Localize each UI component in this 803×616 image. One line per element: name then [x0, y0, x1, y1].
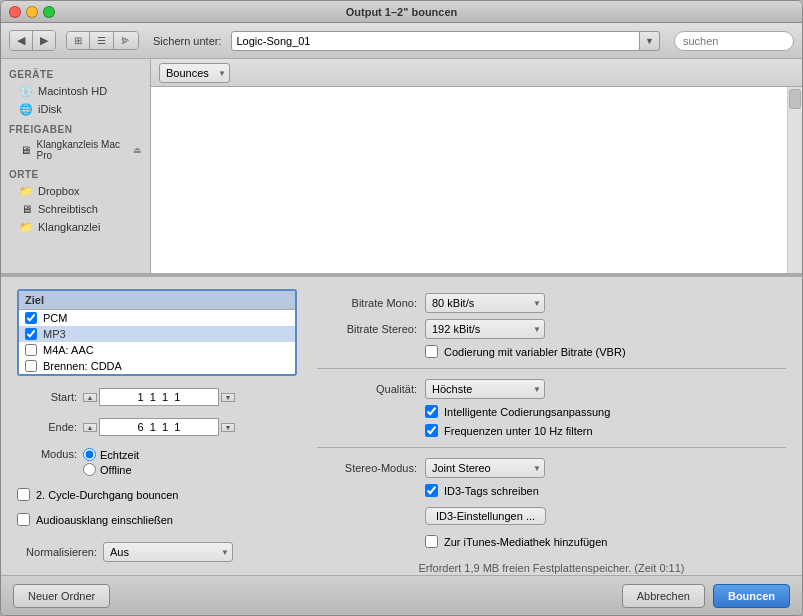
ziel-row-mp3[interactable]: MP3	[19, 326, 295, 342]
minimize-button[interactable]	[26, 6, 38, 18]
bitrate-stereo-select-wrap: 128 kBit/s 192 kBit/s 256 kBit/s 320 kBi…	[425, 319, 545, 339]
search-input[interactable]	[674, 31, 794, 51]
ende-arrow-down[interactable]: ▼	[221, 423, 235, 432]
mp3-checkbox[interactable]	[25, 328, 37, 340]
sidebar-section-freigaben: FREIGABEN	[1, 118, 150, 137]
sidebar-label-idisk: iDisk	[38, 103, 62, 115]
ziel-row-aac[interactable]: M4A: AAC	[19, 342, 295, 358]
ziel-row-pcm[interactable]: PCM	[19, 310, 295, 326]
vbr-checkbox[interactable]	[425, 345, 438, 358]
id3-tags-checkbox[interactable]	[425, 484, 438, 497]
sidebar-item-klangkanzlei-share[interactable]: 🖥 Klangkanzleis Mac Pro ⏏	[1, 137, 150, 163]
start-arrow-up[interactable]: ▲	[83, 393, 97, 402]
path-dropdown[interactable]: Bounces	[159, 63, 230, 83]
sidebar-label-schreibtisch: Schreibtisch	[38, 203, 98, 215]
main-content: GERÄTE 💿 Macintosh HD 🌐 iDisk FREIGABEN …	[1, 59, 802, 273]
bitrate-stereo-label: Bitrate Stereo:	[317, 323, 417, 335]
audioausklang-checkbox[interactable]	[17, 513, 30, 526]
share-icon: 🖥	[19, 143, 32, 157]
aac-checkbox[interactable]	[25, 344, 37, 356]
idisk-icon: 🌐	[19, 102, 33, 116]
toolbar: ◀ ▶ ⊞ ☰ ⫸ Sichern unter: ▼	[1, 23, 802, 59]
cycle-label: 2. Cycle-Durchgang bouncen	[36, 489, 178, 501]
sidebar-item-schreibtisch[interactable]: 🖥 Schreibtisch	[1, 200, 150, 218]
folder-icon: 📁	[19, 220, 33, 234]
mp3-label: MP3	[43, 328, 66, 340]
neuer-ordner-button[interactable]: Neuer Ordner	[13, 584, 110, 608]
close-button[interactable]	[9, 6, 21, 18]
qualitat-label: Qualität:	[317, 383, 417, 395]
dropbox-icon: 📁	[19, 184, 33, 198]
view-list-button[interactable]: ☰	[90, 32, 114, 49]
status-text: Erfordert 1,9 MB freien Festplattenspeic…	[317, 554, 786, 574]
sidebar-item-macintosh-hd[interactable]: 💿 Macintosh HD	[1, 82, 150, 100]
stereo-select-wrap: Joint Stereo Normal Stereo Dual Mono	[425, 458, 545, 478]
bitrate-stereo-row: Bitrate Stereo: 128 kBit/s 192 kBit/s 25…	[317, 319, 786, 339]
view-column-button[interactable]: ⫸	[114, 32, 138, 49]
cycle-checkbox[interactable]	[17, 488, 30, 501]
location-dropdown-button[interactable]: ▼	[640, 31, 660, 51]
frequenzen-label: Frequenzen unter 10 Hz filtern	[444, 425, 593, 437]
forward-button[interactable]: ▶	[33, 31, 55, 50]
back-button[interactable]: ◀	[10, 31, 33, 50]
ende-label: Ende:	[17, 421, 77, 433]
sidebar-item-dropbox[interactable]: 📁 Dropbox	[1, 182, 150, 200]
view-icon-button[interactable]: ⊞	[67, 32, 90, 49]
bottom-buttons: Neuer Ordner Abbrechen Bouncen	[1, 575, 802, 615]
id3-btn-row: ID3-Einstellungen ...	[317, 507, 786, 525]
hd-icon: 💿	[19, 84, 33, 98]
sidebar-label-dropbox: Dropbox	[38, 185, 80, 197]
itunes-label: Zur iTunes-Mediathek hinzufügen	[444, 536, 607, 548]
sidebar-label-macintosh-hd: Macintosh HD	[38, 85, 107, 97]
titlebar: Output 1–2" bouncen	[1, 1, 802, 23]
sidebar-label-klangkanzlei: Klangkanzlei	[38, 221, 100, 233]
ende-field: ▲ ▼	[83, 418, 235, 436]
id3-settings-button[interactable]: ID3-Einstellungen ...	[425, 507, 546, 525]
scrollbar[interactable]	[787, 87, 802, 273]
abbrechen-button[interactable]: Abbrechen	[622, 584, 705, 608]
modus-offline-radio[interactable]	[83, 463, 96, 476]
itunes-checkbox[interactable]	[425, 535, 438, 548]
intelligente-checkbox[interactable]	[425, 405, 438, 418]
sidebar-item-idisk[interactable]: 🌐 iDisk	[1, 100, 150, 118]
main-window: Output 1–2" bouncen ◀ ▶ ⊞ ☰ ⫸ Sichern un…	[0, 0, 803, 616]
bouncen-button[interactable]: Bouncen	[713, 584, 790, 608]
ende-arrow-up[interactable]: ▲	[83, 423, 97, 432]
start-up-arrow[interactable]: ▲	[83, 393, 97, 402]
ende-input[interactable]	[99, 418, 219, 436]
scrollbar-thumb[interactable]	[789, 89, 801, 109]
stereo-modus-row: Stereo-Modus: Joint Stereo Normal Stereo…	[317, 458, 786, 478]
normalisieren-select[interactable]: Aus An	[103, 542, 233, 562]
stereo-modus-select[interactable]: Joint Stereo Normal Stereo Dual Mono	[425, 458, 545, 478]
modus-row: Modus: Echtzeit Offline	[17, 448, 297, 476]
view-buttons: ⊞ ☰ ⫸	[66, 31, 139, 50]
ende-row: Ende: ▲ ▼	[17, 418, 297, 436]
start-arrow-down[interactable]: ▼	[221, 393, 235, 402]
modus-radio-group: Echtzeit Offline	[83, 448, 139, 476]
ende-up-arrow[interactable]: ▲	[83, 423, 97, 432]
bitrate-mono-select[interactable]: 80 kBit/s 128 kBit/s 192 kBit/s 320 kBit…	[425, 293, 545, 313]
modus-offline-label: Offline	[100, 464, 132, 476]
nav-buttons: ◀ ▶	[9, 30, 56, 51]
location-input[interactable]	[231, 31, 640, 51]
frequenzen-checkbox[interactable]	[425, 424, 438, 437]
qualitat-select[interactable]: Höchste Hoch Mittel Niedrig	[425, 379, 545, 399]
bitrate-stereo-select[interactable]: 128 kBit/s 192 kBit/s 256 kBit/s 320 kBi…	[425, 319, 545, 339]
id3-tags-row: ID3-Tags schreiben	[425, 484, 786, 497]
sidebar-section-orte: ORTE	[1, 163, 150, 182]
start-row: Start: ▲ ▼	[17, 388, 297, 406]
aac-label: M4A: AAC	[43, 344, 94, 356]
sidebar-section-geraete: GERÄTE	[1, 63, 150, 82]
pcm-checkbox[interactable]	[25, 312, 37, 324]
modus-echtzeit-radio[interactable]	[83, 448, 96, 461]
qualitat-row: Qualität: Höchste Hoch Mittel Niedrig	[317, 379, 786, 399]
cdda-checkbox[interactable]	[25, 360, 37, 372]
ziel-row-cdda[interactable]: Brennen: CDDA	[19, 358, 295, 374]
start-input[interactable]	[99, 388, 219, 406]
maximize-button[interactable]	[43, 6, 55, 18]
vbr-label: Codierung mit variabler Bitrate (VBR)	[444, 346, 626, 358]
pcm-label: PCM	[43, 312, 67, 324]
file-list	[151, 87, 787, 273]
sidebar-item-klangkanzlei[interactable]: 📁 Klangkanzlei	[1, 218, 150, 236]
save-label: Sichern unter:	[153, 35, 221, 47]
